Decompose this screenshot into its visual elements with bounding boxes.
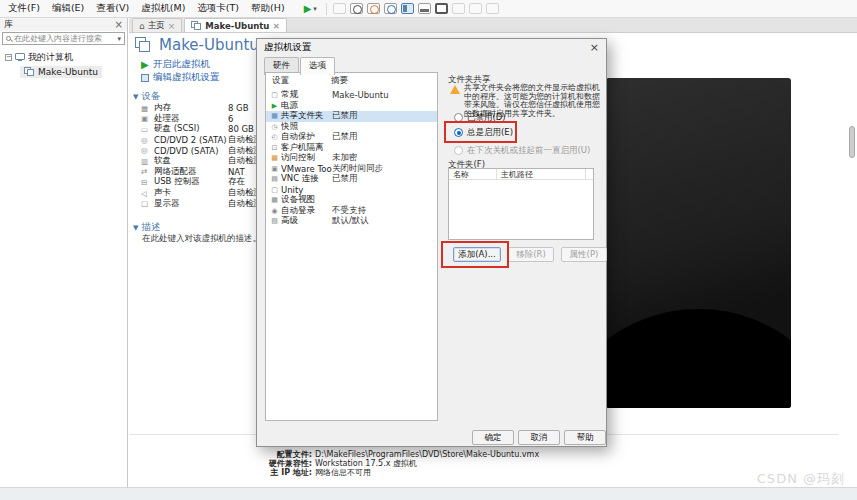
sharing-radio-option[interactable]: 总是启用(E) xyxy=(454,128,590,137)
radio-icon[interactable] xyxy=(454,146,463,155)
edit-vm-settings-link[interactable]: 编辑虚拟机设置 xyxy=(141,71,220,84)
library-search-input[interactable]: 在此处键入内容进行搜索 ▾ xyxy=(2,32,125,45)
csdn-watermark: CSDN @玛刻 xyxy=(757,470,845,488)
radio-label: 在下次关机或挂起前一直启用(U) xyxy=(467,145,590,157)
settings-list-header: 设置 摘要 xyxy=(266,73,437,90)
tree-item-make-ubuntu[interactable]: Make-Ubuntu xyxy=(20,66,102,78)
tab-make-ubuntu[interactable]: Make-Ubuntu × xyxy=(184,18,287,32)
dialog-close-icon[interactable]: × xyxy=(590,41,599,54)
info-value: D:\MakeFiles\ProgramFiles\DVD\Store\Make… xyxy=(315,450,539,459)
tab-vm-label: Make-Ubuntu xyxy=(205,21,269,31)
description-placeholder[interactable]: 在此处键入对该虚拟机的描述。 xyxy=(142,233,261,245)
settings-row[interactable]: ▤ VNC 连接 已禁用 xyxy=(266,174,437,185)
dialog-footer-button[interactable]: 确定 xyxy=(472,430,514,445)
stretch-guest-icon[interactable] xyxy=(469,3,482,14)
device-icon: ◁ xyxy=(141,189,151,198)
host-path-column-header[interactable]: 主机路径 xyxy=(497,169,586,180)
vm-action-links: ▶ 开启此虚拟机 编辑虚拟机设置 xyxy=(141,58,220,84)
setting-icon: ▦ xyxy=(270,196,279,204)
device-value: NAT xyxy=(228,167,245,177)
info-value: Workstation 17.5.x 虚拟机 xyxy=(315,459,417,468)
menu-item[interactable]: 虚拟机(M) xyxy=(135,0,191,17)
toolbar-icons xyxy=(333,3,499,14)
dialog-title: 虚拟机设置 xyxy=(264,41,312,54)
radio-label: 总是启用(E) xyxy=(467,127,513,139)
library-close-icon[interactable]: × xyxy=(115,20,123,30)
setting-summary: Make-Ubuntu xyxy=(332,90,389,100)
menu-bar: 文件(F)编辑(E)查看(V)虚拟机(M)选项卡(T)帮助(H) ▶ ▾ xyxy=(0,0,857,18)
device-name: CD/DVD 2 (SATA) xyxy=(154,135,227,145)
unity-icon[interactable] xyxy=(452,3,465,14)
play-icon: ▶ xyxy=(141,60,149,70)
menu-item[interactable]: 查看(V) xyxy=(90,0,135,17)
send-ctrl-alt-del-icon[interactable] xyxy=(333,3,346,14)
devices-section-header[interactable]: ▼ 设备 xyxy=(133,90,160,103)
vm-title-row: Make-Ubuntu xyxy=(135,36,259,54)
show-library-icon[interactable] xyxy=(401,3,414,14)
folders-button[interactable]: 添加(A)... xyxy=(453,247,501,262)
radio-icon[interactable] xyxy=(454,128,463,137)
dialog-footer-button[interactable]: 取消 xyxy=(518,430,560,445)
toolbar: ▶ ▾ xyxy=(301,3,499,15)
power-on-link-label: 开启此虚拟机 xyxy=(153,58,210,71)
spare-column xyxy=(586,169,593,180)
power-on-vm-link[interactable]: ▶ 开启此虚拟机 xyxy=(141,58,220,71)
folders-button[interactable]: 移除(R) xyxy=(508,247,554,262)
menu-item[interactable]: 文件(F) xyxy=(2,0,46,17)
collapse-icon: ▼ xyxy=(133,93,138,101)
snapshot-manager-icon[interactable] xyxy=(384,3,397,14)
setting-name: Unity xyxy=(281,185,332,195)
info-line: 主 IP 地址: 网络信息不可用 xyxy=(189,468,539,477)
vm-screen-preview[interactable] xyxy=(606,78,791,408)
setting-icon: ▤ xyxy=(270,175,279,183)
home-icon: ⌂ xyxy=(139,21,145,31)
sharing-radio-option[interactable]: 在下次关机或挂起前一直启用(U) xyxy=(454,146,590,155)
device-icon: ◎ xyxy=(141,146,151,155)
revert-snapshot-icon[interactable] xyxy=(367,3,380,14)
setting-icon: ◴ xyxy=(270,133,279,141)
menu-item[interactable]: 编辑(E) xyxy=(46,0,90,17)
dialog-footer-button[interactable]: 帮助 xyxy=(564,430,606,445)
folders-button[interactable]: 属性(P) xyxy=(561,247,607,262)
vertical-scrollbar-thumb[interactable] xyxy=(849,126,855,158)
info-line: 硬件兼容性: Workstation 17.5.x 虚拟机 xyxy=(189,459,539,468)
power-on-toolbar-button[interactable]: ▶ ▾ xyxy=(301,4,320,14)
thumbnail-bar-icon[interactable] xyxy=(418,3,431,14)
device-value: 6 xyxy=(228,114,233,124)
fit-guest-icon[interactable] xyxy=(486,3,499,14)
radio-icon[interactable] xyxy=(454,113,463,122)
settings-column-header: 设置 xyxy=(272,75,331,87)
setting-icon: ▧ xyxy=(270,217,279,225)
setting-name: 高级 xyxy=(281,215,332,227)
fullscreen-icon[interactable] xyxy=(435,3,448,14)
sharing-radio-option[interactable]: 已禁用(D) xyxy=(454,113,590,122)
setting-icon: ▢ xyxy=(270,91,279,99)
library-panel: 库 × 在此处键入内容进行搜索 ▾ − 我的计算机 Make-Ubuntu xyxy=(0,18,128,487)
search-dropdown-icon[interactable]: ▾ xyxy=(117,35,121,43)
tree-item-my-computer[interactable]: − 我的计算机 xyxy=(0,50,127,65)
settings-row[interactable]: ▧ 高级 默认/默认 xyxy=(266,216,437,227)
tree-collapse-icon[interactable]: − xyxy=(5,54,12,61)
menu-item[interactable]: 帮助(H) xyxy=(245,0,291,17)
name-column-header[interactable]: 名称 xyxy=(449,169,497,180)
info-line: 配置文件: D:\MakeFiles\ProgramFiles\DVD\Stor… xyxy=(189,450,539,459)
computer-icon xyxy=(15,53,25,60)
tab-home[interactable]: ⌂ 主页 × xyxy=(132,18,182,32)
take-snapshot-icon[interactable] xyxy=(350,3,363,14)
menu-item[interactable]: 选项卡(T) xyxy=(191,0,245,17)
settings-list: 设置 摘要 ▢ 常规 Make-Ubuntu ▶ 电源 xyxy=(265,72,438,421)
setting-name: VNC 连接 xyxy=(281,173,332,185)
dialog-titlebar: 虚拟机设置 × xyxy=(257,39,606,55)
tab-close-icon[interactable]: × xyxy=(272,21,280,31)
device-name: CD/DVD (SATA) xyxy=(154,146,219,156)
setting-summary: 默认/默认 xyxy=(332,215,369,227)
radio-label: 已禁用(D) xyxy=(467,112,506,124)
dialog-tab[interactable]: 选项 xyxy=(300,57,335,75)
folders-table[interactable]: 名称 主机路径 xyxy=(448,168,594,240)
settings-rows: ▢ 常规 Make-Ubuntu ▶ 电源 ▦ 共享文件夹 已禁用 xyxy=(266,90,437,227)
vm-title: Make-Ubuntu xyxy=(159,36,259,54)
search-icon xyxy=(6,36,11,41)
setting-icon: ⊡ xyxy=(270,144,279,152)
tab-close-icon[interactable]: × xyxy=(168,21,176,31)
setting-icon: ◷ xyxy=(270,123,279,131)
